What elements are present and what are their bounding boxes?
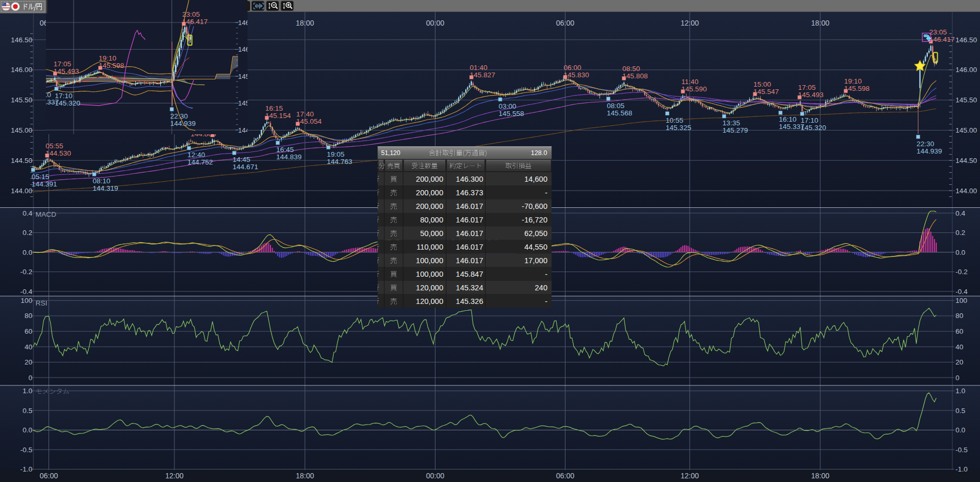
svg-text:100,000: 100,000	[416, 270, 443, 278]
svg-text:60: 60	[25, 327, 32, 335]
svg-text:17:05: 17:05	[54, 60, 72, 68]
svg-text:144.50: 144.50	[955, 157, 977, 164]
svg-text:RSI: RSI	[36, 299, 48, 307]
svg-text:145.054: 145.054	[296, 117, 322, 125]
svg-text:12:40: 12:40	[187, 151, 205, 159]
svg-text:15:00: 15:00	[753, 80, 771, 88]
svg-text:144.00: 144.00	[955, 187, 977, 195]
svg-text:128.0: 128.0	[531, 149, 547, 157]
svg-text:0: 0	[28, 374, 32, 382]
svg-text:146.417: 146.417	[929, 36, 955, 43]
svg-text:18:00: 18:00	[811, 472, 829, 480]
svg-text:120,000: 120,000	[416, 297, 443, 305]
svg-text:0.0: 0.0	[22, 426, 32, 434]
svg-text:146.017: 146.017	[456, 216, 483, 224]
svg-text:145.568: 145.568	[607, 109, 632, 117]
svg-text:120,000: 120,000	[416, 284, 443, 292]
svg-text:0.4: 0.4	[955, 209, 965, 217]
svg-text:145.326: 145.326	[456, 297, 483, 305]
svg-text:08:50: 08:50	[622, 65, 640, 73]
svg-text:MACD: MACD	[36, 210, 56, 218]
svg-text:11:40: 11:40	[681, 78, 699, 86]
svg-text:145.558: 145.558	[499, 110, 524, 117]
svg-text:145.50: 145.50	[11, 96, 32, 104]
svg-text:0.0: 0.0	[955, 426, 965, 434]
svg-text:145.493: 145.493	[798, 91, 823, 99]
svg-text:-: -	[545, 297, 548, 305]
svg-text:06:00: 06:00	[556, 472, 574, 480]
svg-text:05:15: 05:15	[31, 173, 49, 181]
svg-text:146.017: 146.017	[456, 202, 483, 210]
svg-text:12:00: 12:00	[680, 472, 699, 480]
svg-text:10:55: 10:55	[666, 116, 683, 124]
svg-text:00:00: 00:00	[426, 472, 444, 480]
svg-text:145.324: 145.324	[456, 284, 483, 292]
svg-text:146.50: 146.50	[11, 36, 32, 44]
svg-text:144.752: 144.752	[187, 158, 213, 166]
svg-text:19:10: 19:10	[99, 54, 116, 62]
svg-text:145.598: 145.598	[99, 62, 124, 69]
svg-text:80: 80	[25, 312, 32, 320]
svg-text:20: 20	[955, 358, 963, 366]
svg-text:-1.0: -1.0	[955, 465, 967, 473]
svg-text:146.017: 146.017	[456, 243, 483, 251]
svg-text:23:05: 23:05	[182, 10, 200, 18]
svg-text:-16,720: -16,720	[522, 216, 547, 224]
svg-text:17:10: 17:10	[800, 116, 818, 124]
svg-text:18:00: 18:00	[296, 19, 314, 27]
svg-text:80: 80	[955, 312, 963, 320]
svg-text:50,000: 50,000	[420, 229, 443, 238]
svg-text:145.847: 145.847	[456, 270, 483, 278]
svg-text:14,600: 14,600	[524, 175, 547, 183]
svg-text:-0.4: -0.4	[955, 288, 968, 296]
svg-text:110,000: 110,000	[417, 243, 443, 251]
svg-text:100: 100	[955, 297, 967, 304]
svg-text:16:15: 16:15	[265, 104, 283, 112]
svg-text:145.830: 145.830	[564, 71, 589, 79]
svg-text:1.0: 1.0	[955, 387, 965, 395]
svg-text:23:05: 23:05	[929, 28, 947, 36]
svg-text:22:30: 22:30	[170, 112, 188, 120]
svg-text:146.017: 146.017	[456, 229, 483, 238]
svg-text:0.4: 0.4	[22, 209, 32, 217]
svg-text:145.50: 145.50	[955, 96, 977, 104]
svg-text:146.017: 146.017	[456, 256, 483, 265]
svg-text:05:55: 05:55	[45, 142, 63, 150]
svg-text:00:00: 00:00	[426, 19, 444, 27]
svg-text:-0.2: -0.2	[20, 268, 32, 276]
svg-text:22:30: 22:30	[917, 140, 935, 148]
svg-text:145.493: 145.493	[54, 67, 79, 75]
svg-text:100,000: 100,000	[416, 256, 443, 265]
svg-text:0.0: 0.0	[955, 249, 965, 256]
svg-text:06:00: 06:00	[564, 64, 582, 72]
svg-text:62,050: 62,050	[524, 229, 547, 238]
svg-text:145.598: 145.598	[844, 85, 870, 92]
svg-text:145.00: 145.00	[955, 126, 977, 134]
svg-text:51,120: 51,120	[381, 149, 400, 157]
svg-text:146.300: 146.300	[456, 175, 483, 183]
svg-text:0.2: 0.2	[955, 229, 965, 237]
svg-text:06:00: 06:00	[556, 19, 574, 27]
svg-text:144.671: 144.671	[233, 163, 258, 171]
svg-text:-70,600: -70,600	[522, 202, 547, 210]
svg-text:0.2: 0.2	[22, 229, 32, 237]
svg-text:145.590: 145.590	[681, 85, 707, 93]
svg-text:40: 40	[955, 343, 963, 351]
svg-text:0.5: 0.5	[22, 407, 32, 415]
svg-text:146.00: 146.00	[955, 66, 977, 74]
svg-text:240: 240	[535, 284, 547, 292]
svg-text:200,000: 200,000	[416, 175, 443, 183]
svg-text:144.50: 144.50	[11, 157, 32, 164]
svg-text:144.763: 144.763	[327, 158, 352, 166]
svg-text:-0.4: -0.4	[20, 288, 33, 296]
svg-text:145.808: 145.808	[622, 72, 648, 80]
svg-text:144.00: 144.00	[11, 187, 32, 195]
svg-text:146.50: 146.50	[955, 36, 977, 44]
svg-text:17,000: 17,000	[524, 256, 547, 265]
svg-text:0.5: 0.5	[955, 407, 965, 415]
svg-text:-0.5: -0.5	[20, 446, 32, 454]
svg-text:145.279: 145.279	[723, 126, 748, 134]
svg-text:80,000: 80,000	[420, 216, 443, 224]
svg-text:145.547: 145.547	[753, 88, 779, 96]
svg-text:145.827: 145.827	[470, 71, 495, 79]
